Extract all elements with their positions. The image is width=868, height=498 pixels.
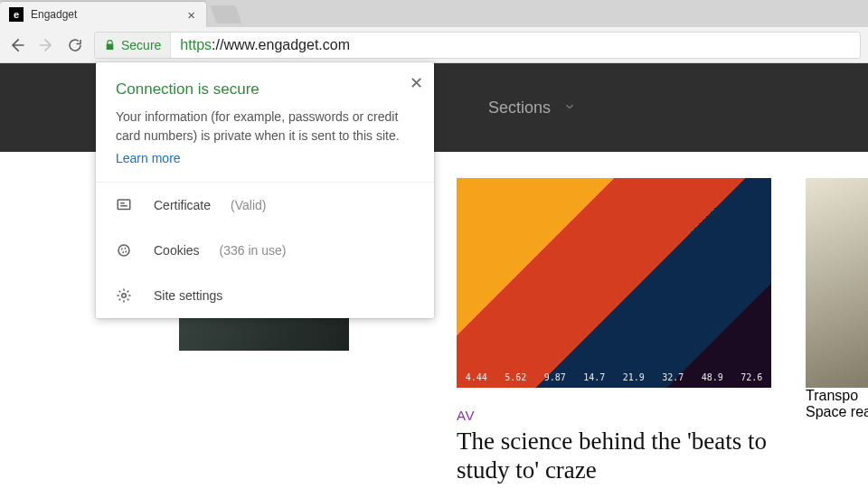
- popover-description: Your information (for example, passwords…: [116, 108, 414, 146]
- site-settings-label: Site settings: [154, 288, 222, 303]
- lock-icon: [104, 39, 116, 51]
- cookies-count: (336 in use): [220, 243, 287, 258]
- tab-strip: e Engadget ×: [0, 0, 868, 27]
- back-button[interactable]: [7, 35, 27, 55]
- svg-point-7: [122, 294, 127, 298]
- site-security-popover: ✕ Connection is secure Your information …: [96, 62, 434, 318]
- gear-icon: [116, 287, 134, 304]
- tab-favicon: e: [9, 7, 24, 22]
- site-settings-row[interactable]: Site settings: [96, 273, 434, 318]
- reload-icon: [67, 37, 83, 53]
- article-headline[interactable]: Space reach: [806, 404, 868, 420]
- svg-point-3: [121, 249, 123, 250]
- learn-more-link[interactable]: Learn more: [116, 151, 181, 165]
- address-bar[interactable]: Secure https://www.engadget.com: [94, 32, 861, 59]
- tick: 72.6: [741, 372, 762, 382]
- tick: 32.7: [662, 372, 684, 382]
- tick: 5.62: [505, 372, 526, 382]
- svg-point-5: [122, 251, 124, 253]
- security-chip[interactable]: Secure: [95, 33, 171, 58]
- arrow-left-icon: [8, 36, 26, 54]
- article-headline[interactable]: The science behind the 'beats to study t…: [457, 427, 771, 485]
- article-hero-image: [806, 178, 868, 388]
- cookies-row[interactable]: Cookies (336 in use): [96, 228, 434, 273]
- chevron-down-icon: [563, 99, 576, 117]
- article-card-2[interactable]: Transpo Space reach: [806, 178, 868, 485]
- tick: 9.87: [544, 372, 566, 382]
- popover-header: ✕ Connection is secure Your information …: [96, 62, 434, 183]
- hero-tick-bar: 4.44 5.62 9.87 14.7 21.9 32.7 48.9 72.6: [457, 372, 771, 382]
- svg-point-6: [125, 251, 127, 253]
- reload-button[interactable]: [65, 35, 85, 55]
- url-rest: ://www.engadget.com: [212, 37, 350, 52]
- forward-button[interactable]: [36, 35, 56, 55]
- article-card-1[interactable]: 4.44 5.62 9.87 14.7 21.9 32.7 48.9 72.6 …: [457, 178, 771, 485]
- article-cards: 4.44 5.62 9.87 14.7 21.9 32.7 48.9 72.6 …: [457, 178, 868, 485]
- secure-label: Secure: [121, 38, 161, 52]
- cookie-icon: [116, 242, 134, 258]
- certificate-icon: [116, 197, 134, 213]
- svg-rect-1: [118, 200, 130, 210]
- browser-toolbar: Secure https://www.engadget.com: [0, 27, 868, 63]
- certificate-row[interactable]: Certificate (Valid): [96, 183, 434, 228]
- certificate-status: (Valid): [231, 198, 266, 212]
- article-hero-image: 4.44 5.62 9.87 14.7 21.9 32.7 48.9 72.6: [457, 178, 771, 388]
- svg-point-2: [118, 245, 129, 256]
- tick: 4.44: [466, 372, 487, 382]
- popover-close-button[interactable]: ✕: [410, 73, 423, 93]
- tab-title: Engadget: [31, 8, 185, 21]
- tick: 21.9: [623, 372, 645, 382]
- svg-point-4: [125, 248, 127, 249]
- arrow-right-icon: [37, 36, 55, 54]
- article-category[interactable]: AV: [457, 408, 771, 423]
- tick: 14.7: [583, 372, 605, 382]
- cookies-label: Cookies: [154, 243, 200, 258]
- tab-close-button[interactable]: ×: [185, 7, 197, 23]
- popover-title: Connection is secure: [116, 80, 414, 99]
- browser-tab[interactable]: e Engadget ×: [0, 2, 206, 27]
- new-tab-button[interactable]: [210, 5, 241, 23]
- url-text: https://www.engadget.com: [171, 37, 359, 53]
- article-category[interactable]: Transpo: [806, 388, 868, 404]
- url-scheme: https: [180, 37, 212, 52]
- tick: 48.9: [702, 372, 723, 382]
- sections-menu[interactable]: Sections: [488, 99, 551, 117]
- certificate-label: Certificate: [154, 198, 211, 212]
